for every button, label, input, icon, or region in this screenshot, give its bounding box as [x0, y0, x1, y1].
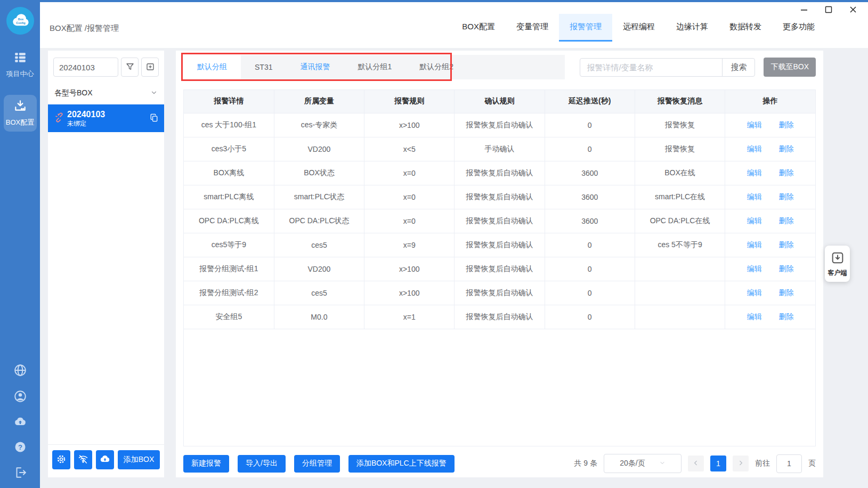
cell-operations: 编辑 删除 [725, 281, 815, 305]
cell-delay: 0 [545, 257, 635, 281]
edit-link[interactable]: 编辑 [747, 240, 762, 249]
copy-icon[interactable] [149, 113, 159, 124]
alarm-group-tab[interactable]: 默认分组 [183, 55, 241, 79]
alarm-group-tabs: 默认分组 ST31 通讯报警 默认分组1 默认分组2 [183, 55, 565, 79]
device-tree-group-label: 各型号BOX [54, 88, 93, 98]
client-download-icon [830, 250, 845, 267]
download-to-box-button[interactable]: 下载至BOX [764, 58, 816, 77]
sidebar-item-project-center[interactable]: 项目中心 [4, 46, 37, 83]
footer-action-button[interactable]: 导入/导出 [238, 455, 286, 473]
edit-link[interactable]: 编辑 [747, 192, 762, 201]
delete-link[interactable]: 删除 [779, 288, 794, 297]
logout-icon[interactable] [13, 466, 27, 479]
delete-link[interactable]: 删除 [779, 312, 794, 321]
projects-grid-icon [13, 51, 27, 66]
table-row: ces 大于100-组1 ces-专家类 x>100 报警恢复后自动确认 0 报… [184, 113, 815, 137]
alarm-group-tab[interactable]: 通讯报警 [286, 55, 344, 79]
top-nav-item[interactable]: 更多功能 [772, 14, 825, 42]
device-search-input[interactable] [53, 58, 118, 77]
device-name: 20240103 [67, 109, 105, 120]
maximize-icon[interactable] [824, 5, 833, 14]
footer-action-button[interactable]: 新建报警 [183, 455, 229, 473]
cell-recovery-message: ces 5不等于9 [635, 233, 725, 257]
cell-variable: smart:PLC状态 [274, 185, 364, 209]
add-group-button[interactable] [141, 58, 159, 77]
delete-link[interactable]: 删除 [779, 216, 794, 225]
cell-variable: VD200 [274, 137, 364, 161]
table-row: 安全组5 M0.0 x=1 报警恢复后自动确认 0 编辑 删除 [184, 305, 815, 329]
minimize-icon[interactable] [800, 5, 808, 14]
cell-operations: 编辑 删除 [725, 257, 815, 281]
wifi-off-button[interactable] [74, 450, 92, 469]
cell-confirm-rule: 报警恢复后自动确认 [455, 257, 545, 281]
delete-link[interactable]: 删除 [779, 192, 794, 201]
add-box-button[interactable]: 添加BOX [118, 450, 160, 469]
device-tree-item[interactable]: 20240103 未绑定 [48, 104, 164, 132]
cloud-upload-icon[interactable] [13, 416, 28, 428]
top-nav-item[interactable]: 远程编程 [612, 14, 666, 42]
alarm-search-input[interactable] [580, 58, 723, 77]
help-icon[interactable]: ? [14, 441, 27, 453]
app-logo: Box Config [6, 7, 34, 35]
next-page-button[interactable] [733, 456, 749, 471]
filter-button[interactable] [121, 58, 139, 77]
top-nav-item[interactable]: 报警管理 [559, 14, 612, 42]
sidebar-utilities: ? [13, 363, 28, 479]
table-row: 报警分组测试-组1 VD200 x>100 报警恢复后自动确认 0 编辑 删除 [184, 257, 815, 281]
search-button[interactable]: 搜索 [722, 58, 755, 77]
alarm-group-tab[interactable]: 默认分组1 [344, 55, 405, 79]
edit-link[interactable]: 编辑 [747, 168, 762, 177]
cell-alarm-detail: BOX离线 [184, 161, 274, 185]
top-nav-item[interactable]: 边缘计算 [666, 14, 719, 42]
delete-link[interactable]: 删除 [779, 264, 794, 273]
cell-variable: BOX状态 [274, 161, 364, 185]
cell-recovery-message: BOX在线 [635, 161, 725, 185]
globe-icon[interactable] [13, 363, 27, 377]
alarm-group-tab[interactable]: ST31 [241, 55, 286, 79]
edit-link[interactable]: 编辑 [747, 288, 762, 297]
goto-page-input[interactable] [776, 454, 802, 473]
edit-link[interactable]: 编辑 [747, 264, 762, 273]
alarm-group-tab[interactable]: 默认分组2 [405, 55, 467, 79]
cell-variable: ces-专家类 [274, 113, 364, 137]
cell-operations: 编辑 删除 [725, 113, 815, 137]
cell-delay: 3600 [545, 209, 635, 233]
edit-link[interactable]: 编辑 [747, 120, 762, 129]
chevron-down-icon [150, 89, 158, 98]
device-tree-group[interactable]: 各型号BOX [48, 82, 164, 104]
settings-button[interactable] [52, 450, 70, 469]
footer-action-button[interactable]: 分组管理 [294, 455, 340, 473]
cell-delay: 0 [545, 113, 635, 137]
cell-operations: 编辑 删除 [725, 209, 815, 233]
table-row: ces3小于5 VD200 x<5 手动确认 0 报警恢复 编辑 删除 [184, 137, 815, 161]
footer-action-button[interactable]: 添加BOX和PLC上下线报警 [348, 455, 455, 473]
alarm-panel-footer: 新建报警 导入/导出 分组管理 添加BOX和PLC上下线报警 共 9 条 20条… [183, 454, 816, 473]
page-size-select[interactable]: 20条/页 [604, 454, 682, 473]
alarm-table-header-cell: 操作 [725, 90, 815, 113]
current-page-button[interactable]: 1 [710, 456, 726, 471]
table-row: smart:PLC离线 smart:PLC状态 x=0 报警恢复后自动确认 36… [184, 185, 815, 209]
delete-link[interactable]: 删除 [779, 240, 794, 249]
edit-link[interactable]: 编辑 [747, 312, 762, 321]
svg-text:?: ? [18, 443, 22, 451]
sidebar-item-box-config[interactable]: BOX配置 [4, 95, 37, 132]
delete-link[interactable]: 删除 [779, 168, 794, 177]
top-nav-item[interactable]: BOX配置 [451, 14, 506, 42]
cell-operations: 编辑 删除 [725, 233, 815, 257]
edit-link[interactable]: 编辑 [747, 216, 762, 225]
pagination: 共 9 条 20条/页 1 前往 页 [574, 454, 816, 473]
top-nav-item[interactable]: 数据转发 [719, 14, 772, 42]
client-download-widget[interactable]: 客户端 [825, 246, 850, 282]
alarm-table-header-cell: 所属变量 [274, 90, 364, 113]
edit-link[interactable]: 编辑 [747, 144, 762, 153]
chevron-left-icon [692, 459, 700, 468]
delete-link[interactable]: 删除 [779, 120, 794, 129]
prev-page-button[interactable] [688, 456, 704, 471]
device-panel-footer: 添加BOX [48, 444, 164, 469]
client-label: 客户端 [828, 269, 847, 278]
delete-link[interactable]: 删除 [779, 144, 794, 153]
close-icon[interactable] [849, 5, 857, 14]
cloud-upload-button[interactable] [96, 450, 114, 469]
user-icon[interactable] [13, 389, 27, 403]
top-nav-item[interactable]: 变量管理 [506, 14, 559, 42]
